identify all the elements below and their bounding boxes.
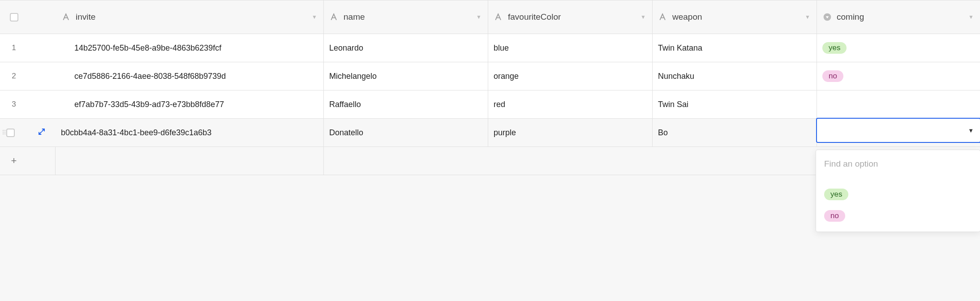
text-type-icon <box>329 12 339 22</box>
select-cell-editor[interactable]: ▼ <box>816 118 980 143</box>
pill-badge: no <box>822 70 843 82</box>
drag-handle-icon[interactable]: ⠿ <box>2 131 5 134</box>
table-row[interactable]: 3 ef7ab7b7-33d5-43b9-ad73-e73bb8fd8e77 R… <box>0 90 980 119</box>
column-label: weapon <box>672 12 702 22</box>
table-header-row: invite ▼ name ▼ favouriteColor ▼ <box>0 0 980 34</box>
cell-name[interactable]: Leonardo <box>324 34 488 62</box>
column-label: coming <box>837 12 864 22</box>
chevron-down-icon[interactable]: ▼ <box>968 14 974 20</box>
chevron-down-icon[interactable]: ▼ <box>805 14 810 20</box>
cell-value: ce7d5886-2166-4aee-8038-548f68b9739d <box>74 72 226 81</box>
cell-value: Raffaello <box>329 100 361 109</box>
cell-value: purple <box>494 128 516 138</box>
row-gutter-active[interactable]: ⠿ <box>0 119 28 146</box>
cell-value: 14b25700-fe5b-45e8-a9be-4863b6239fcf <box>74 43 221 53</box>
table-row[interactable]: 1 14b25700-fe5b-45e8-a9be-4863b6239fcf L… <box>0 34 980 62</box>
row-gutter <box>28 90 56 118</box>
cell-value: Nunchaku <box>658 72 694 81</box>
chevron-down-icon[interactable]: ▼ <box>476 14 481 20</box>
row-number: 3 <box>12 100 16 109</box>
data-table: invite ▼ name ▼ favouriteColor ▼ <box>0 0 980 175</box>
add-cell <box>488 147 653 175</box>
row-gutter <box>28 34 56 62</box>
column-header-invite[interactable]: invite ▼ <box>56 0 324 34</box>
cell-invite[interactable]: 14b25700-fe5b-45e8-a9be-4863b6239fcf <box>56 34 324 62</box>
column-label: invite <box>76 12 95 22</box>
cell-value: Leonardo <box>329 43 363 53</box>
cell-color[interactable]: purple <box>488 119 653 146</box>
cell-weapon[interactable]: Nunchaku <box>653 62 817 90</box>
cell-color[interactable]: orange <box>488 62 653 90</box>
row-gutter <box>28 62 56 90</box>
row-expand-cell[interactable] <box>28 119 56 146</box>
cell-weapon[interactable]: Twin Katana <box>653 34 817 62</box>
row-number-cell[interactable]: 3 <box>0 90 28 118</box>
table-row[interactable]: ⠿ b0cbb4a4-8a31-4bc1-bee9-d6fe39c1a6b3 D… <box>0 119 980 147</box>
cell-value: red <box>494 100 505 109</box>
cell-value: Twin Sai <box>658 100 688 109</box>
text-type-icon <box>658 12 668 22</box>
cell-invite[interactable]: b0cbb4a4-8a31-4bc1-bee9-d6fe39c1a6b3 <box>56 119 324 146</box>
row-number: 2 <box>12 72 16 81</box>
cell-value: orange <box>494 72 519 81</box>
cell-color[interactable]: blue <box>488 34 653 62</box>
select-dropdown-popup[interactable]: yes no <box>816 150 980 175</box>
column-label: name <box>344 12 365 22</box>
expand-icon[interactable] <box>38 128 46 138</box>
cell-weapon[interactable]: Twin Sai <box>653 90 817 118</box>
cell-value: ef7ab7b7-33d5-43b9-ad73-e73bb8fd8e77 <box>74 100 224 109</box>
cell-invite[interactable]: ef7ab7b7-33d5-43b9-ad73-e73bb8fd8e77 <box>56 90 324 118</box>
cell-value: blue <box>494 43 509 53</box>
column-header-color[interactable]: favouriteColor ▼ <box>488 0 653 34</box>
column-header-name[interactable]: name ▼ <box>324 0 488 34</box>
cell-coming[interactable] <box>817 90 980 118</box>
chevron-down-icon[interactable]: ▼ <box>640 14 646 20</box>
table-row[interactable]: 2 ce7d5886-2166-4aee-8038-548f68b9739d M… <box>0 62 980 90</box>
header-checkbox-cell[interactable] <box>0 0 28 34</box>
cell-value: Twin Katana <box>658 43 702 53</box>
cell-name[interactable]: Michelangelo <box>324 62 488 90</box>
add-row-button[interactable]: + <box>0 147 28 175</box>
cell-name[interactable]: Raffaello <box>324 90 488 118</box>
select-type-icon <box>822 12 832 22</box>
cell-name[interactable]: Donatello <box>324 119 488 146</box>
cell-weapon[interactable]: Bo <box>653 119 817 146</box>
dropdown-search-input[interactable] <box>824 159 972 169</box>
cell-coming-editing[interactable]: ▼ <box>817 119 980 146</box>
row-number-cell[interactable]: 1 <box>0 34 28 62</box>
chevron-down-icon[interactable]: ▼ <box>312 14 317 20</box>
plus-icon: + <box>11 155 17 167</box>
dropdown-search-wrap <box>816 155 980 175</box>
add-cell <box>653 147 817 175</box>
cell-value: Michelangelo <box>329 72 377 81</box>
add-gutter <box>28 147 56 175</box>
add-cell[interactable] <box>56 147 324 175</box>
column-header-weapon[interactable]: weapon ▼ <box>653 0 817 34</box>
row-checkbox[interactable] <box>6 129 15 137</box>
pill-badge: yes <box>822 42 847 54</box>
column-label: favouriteColor <box>508 12 561 22</box>
text-type-icon <box>494 12 503 22</box>
cell-color[interactable]: red <box>488 90 653 118</box>
select-all-checkbox[interactable] <box>10 13 18 22</box>
cell-value: Bo <box>658 128 668 138</box>
add-cell <box>324 147 488 175</box>
row-number: 1 <box>12 43 16 52</box>
cell-value: Donatello <box>329 128 363 138</box>
cell-value: b0cbb4a4-8a31-4bc1-bee9-d6fe39c1a6b3 <box>61 128 211 138</box>
cell-coming[interactable]: no <box>817 62 980 90</box>
column-header-coming[interactable]: coming ▼ <box>817 0 980 34</box>
cell-invite[interactable]: ce7d5886-2166-4aee-8038-548f68b9739d <box>56 62 324 90</box>
cell-coming[interactable]: yes <box>817 34 980 62</box>
caret-down-icon[interactable]: ▼ <box>968 127 974 134</box>
text-type-icon <box>61 12 71 22</box>
header-gutter <box>28 0 56 34</box>
row-number-cell[interactable]: 2 <box>0 62 28 90</box>
